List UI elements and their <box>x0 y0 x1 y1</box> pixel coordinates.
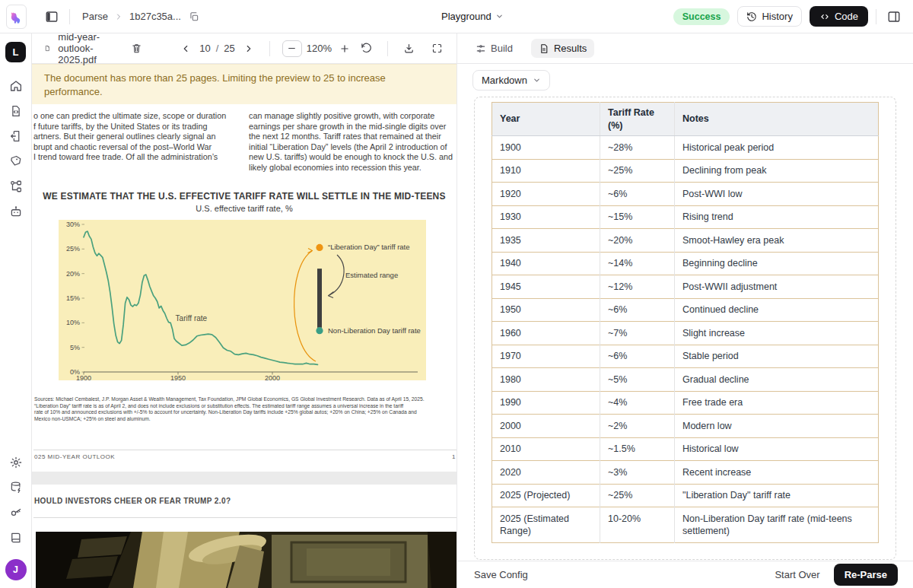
pdf-scroll-area[interactable]: o one can predict the ultimate size, sco… <box>32 104 456 588</box>
table-row: 1980~5%Gradual decline <box>492 368 879 392</box>
code-button[interactable]: Code <box>810 6 868 27</box>
pdf-col-left: o one can predict the ultimate size, sco… <box>33 111 240 173</box>
results-table-body: 1900~28%Historical peak period1910~25%De… <box>492 136 879 543</box>
sidebar-item-api-keys[interactable] <box>5 501 27 524</box>
copy-id-button[interactable] <box>187 10 201 24</box>
table-row: 1930~15%Rising trend <box>492 205 879 229</box>
minus-icon <box>287 43 297 53</box>
database-icon <box>9 481 23 494</box>
download-icon <box>403 43 415 54</box>
document-code-icon <box>9 104 23 118</box>
chevron-down-icon <box>495 12 504 21</box>
sidebar-item-settings[interactable] <box>5 451 27 474</box>
chevron-right-icon <box>114 12 123 21</box>
table-row: 1945~12%Post-WWII adjustment <box>492 275 879 299</box>
table-row: 2025 (Estimated Range)10-20%Non-Liberati… <box>492 507 879 543</box>
panel-right-icon <box>887 10 901 24</box>
svg-text:10%: 10% <box>66 319 80 326</box>
expand-icon <box>431 43 443 54</box>
page-current: 10 <box>199 43 210 54</box>
chart-sources: Sources: Michael Cembalest, J.P. Morgan … <box>34 396 454 422</box>
breadcrumb-app[interactable]: Parse <box>82 11 108 22</box>
tab-results[interactable]: Results <box>531 39 594 58</box>
svg-text:Estimated range: Estimated range <box>345 271 398 279</box>
zoom-out-button[interactable] <box>282 40 302 57</box>
rotate-ccw-icon <box>361 43 372 54</box>
org-switcher[interactable]: L <box>5 42 26 62</box>
topbar-divider <box>876 9 876 24</box>
photo-architecture <box>36 532 456 588</box>
download-button[interactable] <box>400 40 418 57</box>
tags-icon <box>9 154 23 168</box>
save-config-button[interactable]: Save Config <box>472 566 530 583</box>
table-row: 1910~25%Declining from peak <box>492 159 879 183</box>
svg-text:5%: 5% <box>70 344 80 351</box>
reset-zoom-button[interactable] <box>358 40 375 57</box>
next-page-button[interactable] <box>240 40 257 57</box>
start-over-button[interactable]: Start Over <box>773 566 821 583</box>
table-row: 2025 (Projected)~25%"Liberation Day" tar… <box>492 484 879 507</box>
topbar-divider <box>69 9 70 24</box>
pdf-page-10: o one can predict the ultimate size, sco… <box>32 104 456 472</box>
toolbar-divider <box>269 41 270 56</box>
col-header-notes: Notes <box>675 103 879 136</box>
sidebar-item-data[interactable] <box>5 476 27 499</box>
chevron-left-icon <box>180 43 191 54</box>
svg-text:2000: 2000 <box>265 374 280 381</box>
sidebar-item-pipeline[interactable] <box>5 175 27 198</box>
llama-icon <box>9 8 24 25</box>
file-icon <box>44 43 50 54</box>
results-body: Markdown Year Tariff Rate (%) Notes 1900… <box>457 64 913 561</box>
hierarchy-icon <box>9 180 23 193</box>
sidebar-item-home[interactable] <box>5 75 27 97</box>
tab-build[interactable]: Build <box>468 39 520 58</box>
pdf-preview-panel: mid-year-outlook-2025.pdf 10 / 25 <box>32 33 456 588</box>
plus-icon <box>339 43 350 54</box>
sidebar-item-extract[interactable] <box>5 125 27 148</box>
svg-text:20%: 20% <box>66 270 80 278</box>
reparse-button[interactable]: Re-Parse <box>834 564 898 586</box>
svg-text:Non-Liberation Day tariff rate: Non-Liberation Day tariff rate <box>328 326 421 335</box>
markdown-table-block: Year Tariff Rate (%) Notes 1900~28%Histo… <box>474 97 896 560</box>
toolbar-divider <box>387 41 388 56</box>
svg-text:1900: 1900 <box>76 374 91 381</box>
fullscreen-button[interactable] <box>428 40 446 57</box>
sidebar-item-parse[interactable] <box>5 100 27 122</box>
history-label: History <box>762 11 792 22</box>
svg-text:Tariff rate: Tariff rate <box>176 314 208 323</box>
output-format-dropdown[interactable]: Markdown <box>472 70 550 91</box>
right-panel-toggle-button[interactable] <box>884 7 904 27</box>
delete-file-button[interactable] <box>129 41 144 56</box>
panel-left-icon <box>45 10 59 24</box>
playground-dropdown[interactable]: Playground <box>441 11 504 22</box>
bot-icon <box>9 205 23 218</box>
table-row: 1900~28%Historical peak period <box>492 136 879 160</box>
page-footer-left: 025 MID-YEAR OUTLOOK <box>34 453 115 460</box>
heading-rule <box>33 517 456 518</box>
code-icon <box>819 11 830 22</box>
breadcrumb-job-id: 1b27c35a... <box>129 11 181 22</box>
pdf-text-columns: o one can predict the ultimate size, sco… <box>33 111 456 173</box>
history-button[interactable]: History <box>737 6 801 27</box>
tariff-line-chart: 0%5%10%15%20%25%30%190019502000“Liberati… <box>59 220 426 380</box>
col-header-year: Year <box>492 103 600 136</box>
table-row: 1950~6%Continued decline <box>492 298 879 322</box>
home-icon <box>9 79 23 93</box>
section-heading: HOULD INVESTORS CHEER OR FEAR TRUMP 2.0? <box>34 497 231 505</box>
zoom-in-button[interactable] <box>336 40 353 57</box>
table-row: 1940~14%Beginning decline <box>492 252 879 275</box>
sidebar-toggle-button[interactable] <box>42 7 62 27</box>
sidebar-item-docs[interactable] <box>5 526 27 549</box>
table-row: 1990~4%Free trade era <box>492 391 879 415</box>
svg-text:30%: 30% <box>66 221 80 228</box>
sidebar-item-agent[interactable] <box>5 200 27 223</box>
trash-icon <box>131 43 142 54</box>
user-avatar[interactable]: J <box>5 559 27 580</box>
table-row: 1970~6%Stable period <box>492 345 879 368</box>
pdf-filename: mid-year-outlook-2025.pdf <box>58 31 122 65</box>
sidebar-item-classify[interactable] <box>5 150 27 173</box>
left-sidebar: L <box>0 33 32 588</box>
breadcrumb: Parse 1b27c35a... <box>82 10 201 24</box>
table-row: 2020~3%Recent increase <box>492 461 879 485</box>
prev-page-button[interactable] <box>177 40 194 57</box>
